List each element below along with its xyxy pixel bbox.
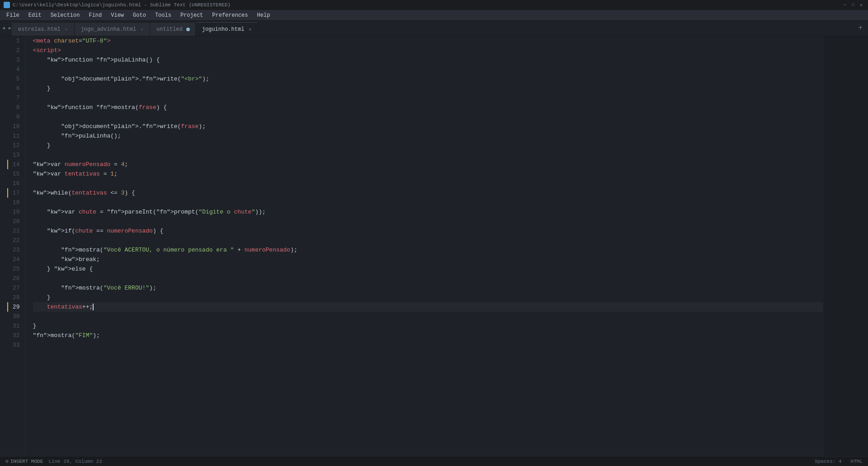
line-number: 6 [7, 84, 20, 93]
code-line: } [33, 84, 823, 93]
close-button[interactable]: ✕ [858, 2, 864, 8]
code-line: "kw">var numeroPensado = 4; [33, 160, 823, 169]
code-line: "fn">mostra("Você ERROU!"); [33, 283, 823, 293]
menu-item-tools[interactable]: Tools [151, 11, 176, 19]
line-number: 20 [7, 217, 20, 226]
tab-jogo-advinha-html[interactable]: jogo_advinha.html✕ [75, 22, 150, 36]
status-mode: INSERT MODE [10, 459, 43, 464]
line-number: 1 [7, 36, 20, 46]
code-line: "fn">mostra("Você ACERTOU, o número pens… [33, 245, 823, 255]
tab-bar: ◀ ▶ estrelas.html✕jogo_advinha.html✕unti… [0, 21, 868, 36]
code-line: "kw">function "fn">mostra(frase) { [33, 103, 823, 112]
minimap [823, 36, 868, 456]
line-number: 33 [7, 340, 20, 350]
window-controls: ─ □ ✕ [842, 2, 864, 8]
tab-add-button[interactable]: + [853, 20, 868, 36]
menu-item-selection[interactable]: Selection [46, 11, 85, 19]
code-line [33, 340, 823, 350]
code-line [33, 198, 823, 207]
line-number: 31 [7, 321, 20, 331]
app-icon [4, 2, 10, 8]
code-line: "kw">if(chute == numeroPensado) { [33, 226, 823, 236]
menu-item-help[interactable]: Help [253, 11, 275, 19]
code-line: tentativas++; [33, 302, 823, 312]
tab-joguinho-html[interactable]: joguinho.html✕ [196, 22, 259, 36]
line-number: 21 [7, 226, 20, 236]
line-number: 7 [7, 93, 20, 103]
tab-close-button[interactable]: ✕ [64, 26, 69, 33]
line-number: 24 [7, 255, 20, 264]
tab-nav: ◀ ▶ [0, 20, 13, 36]
menu-item-view[interactable]: View [106, 11, 128, 19]
code-line: } [33, 321, 823, 331]
code-line: "fn">pulaLinha(); [33, 131, 823, 141]
line-number: 11 [7, 131, 20, 141]
maximize-button[interactable]: □ [850, 2, 856, 8]
code-line: "obj">document"plain">."fn">write("<br>"… [33, 74, 823, 84]
tab-close-button[interactable]: ✕ [140, 26, 144, 33]
line-number: 13 [7, 150, 20, 160]
tab-untitled[interactable]: untitled [150, 22, 196, 36]
tab-unsaved-dot [186, 28, 190, 31]
code-line [33, 236, 823, 245]
menu-item-goto[interactable]: Goto [128, 11, 151, 19]
code-line: <script> [33, 46, 823, 55]
line-number: 9 [7, 112, 20, 122]
line-number: 26 [7, 274, 20, 283]
line-number: 3 [7, 55, 20, 65]
line-number: 16 [7, 179, 20, 188]
line-number: 32 [7, 331, 20, 340]
status-spaces: Spaces: 4 [815, 459, 841, 464]
line-number: 29 [7, 302, 20, 312]
code-line: "kw">function "fn">pulaLinha() { [33, 55, 823, 65]
title-text: C:\Users\kelly\Desktop\logica\joguinho.h… [13, 2, 842, 8]
code-area[interactable]: <meta charset="UTF-8"><script> "kw">func… [26, 36, 823, 456]
line-number: 23 [7, 245, 20, 255]
code-line [33, 274, 823, 283]
line-number: 25 [7, 264, 20, 274]
code-line: "fn">mostra("FIM"); [33, 331, 823, 340]
title-bar: C:\Users\kelly\Desktop\logica\joguinho.h… [0, 0, 868, 10]
code-line: } "kw">else { [33, 264, 823, 274]
code-line [33, 93, 823, 103]
code-line [33, 312, 823, 321]
tab-prev-button[interactable]: ◀ [1, 24, 6, 32]
menu-bar: FileEditSelectionFindViewGotoToolsProjec… [0, 10, 868, 21]
code-line: <meta charset="UTF-8"> [33, 36, 823, 46]
code-line [33, 179, 823, 188]
minimize-button[interactable]: ─ [842, 2, 848, 8]
status-bar: ⚙ INSERT MODE Line 29, Column 22 Spaces:… [0, 456, 868, 466]
code-line: "kw">var tentativas = 1; [33, 169, 823, 179]
line-number: 5 [7, 74, 20, 84]
code-line [33, 217, 823, 226]
line-number: 8 [7, 103, 20, 112]
status-syntax: HTML [851, 459, 863, 464]
editor: 1234567891011121314151617181920212223242… [0, 36, 868, 456]
menu-item-edit[interactable]: Edit [24, 11, 46, 19]
line-number: 22 [7, 236, 20, 245]
line-number: 27 [7, 283, 20, 293]
line-number: 12 [7, 141, 20, 150]
line-number: 28 [7, 293, 20, 302]
tab-estrelas-html[interactable]: estrelas.html✕ [12, 22, 75, 36]
tab-label: estrelas.html [18, 26, 61, 33]
code-line [33, 65, 823, 74]
line-number: 30 [7, 312, 20, 321]
tab-label: joguinho.html [202, 26, 245, 33]
tab-label: untitled [156, 26, 183, 33]
line-number: 14 [7, 160, 20, 169]
line-number: 15 [7, 169, 20, 179]
code-line: } [33, 293, 823, 302]
menu-item-file[interactable]: File [2, 11, 24, 19]
tab-label: jogo_advinha.html [81, 26, 136, 33]
line-number: 18 [7, 198, 20, 207]
code-line: } [33, 141, 823, 150]
menu-item-preferences[interactable]: Preferences [208, 11, 252, 19]
line-number: 10 [7, 122, 20, 131]
code-line: "kw">while(tentativas <= 3) { [33, 188, 823, 198]
code-line [33, 150, 823, 160]
menu-item-find[interactable]: Find [84, 11, 106, 19]
tab-close-button[interactable]: ✕ [248, 26, 252, 33]
menu-item-project[interactable]: Project [176, 11, 208, 19]
code-line: "obj">document"plain">."fn">write(frase)… [33, 122, 823, 131]
